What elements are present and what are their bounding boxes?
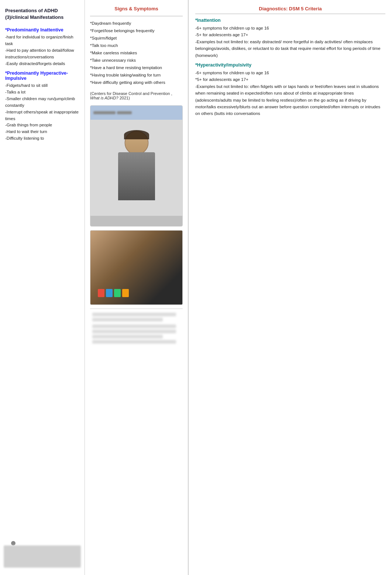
inattentive-heading: *Predominantly Inattentive [5,27,79,33]
image-top-bar-content [93,111,132,114]
divider-1 [90,16,183,16]
color-blocks [98,289,129,297]
bottom-thumbnail-area [4,545,81,568]
hyperactive-heading: *Predominantly Hyperactive-Impulsive [5,71,79,81]
image-top-bar [90,106,182,120]
sign-item-3: *Squirm/fidget [90,35,183,42]
image-main [90,120,182,216]
hyperactivity-content: -6+ symptoms for children up to age 16 *… [195,69,385,117]
color-block-yellow [122,289,129,297]
sign-item-2: *Forget/lose belongings frequently [90,27,183,34]
inattention-content: -6+ symptoms for children up to age 16 -… [195,25,385,59]
sign-item-5: *Make careless mistakes [90,50,183,57]
blurred-footer-text [92,313,180,344]
person-silhouette [109,127,164,208]
hyperactivity-heading: *Hyperactivity/impulsivity [195,62,385,68]
sign-item-6: *Take unnecessary risks [90,57,183,64]
image-area-bottom [90,230,183,305]
signs-symptoms-heading: Signs & Symptoms [90,6,183,11]
hyperactive-bullets: -Fidgets/hard to sit still -Talks a lot … [5,82,79,142]
second-image-main [90,231,182,304]
sign-item-8: *Having trouble taking/waiting for turn [90,72,183,79]
sign-item-7: *Have a hard time resisting temptation [90,64,183,71]
nav-dot [11,541,16,545]
color-block-green [114,289,121,297]
diagnostics-heading: Diagnostics: DSM 5 Criteria [195,6,385,11]
middle-column: Signs & Symptoms *Daydream frequently *F… [85,0,188,575]
section-predominantly-hyperactive: *Predominantly Hyperactive-Impulsive -Fi… [5,71,79,142]
inattentive-bullets: -hard for individual to organize/finish … [5,34,79,67]
sign-item-1: *Daydream frequently [90,20,183,27]
inattention-heading: *Inattention [195,18,385,23]
image-bottom-strip [90,216,182,226]
color-block-red [98,289,104,297]
inattention-section: *Inattention -6+ symptoms for children u… [195,18,385,59]
image-area-top [90,105,183,227]
sign-item-9: *Have difficulty getting along with othe… [90,79,183,86]
slide-title: Presentations of ADHD (3)/clinical Manif… [5,7,79,21]
citation-text: (Centers for Disease Control and Prevent… [90,91,183,100]
right-divider [195,14,385,14]
bottom-blurred-area [90,309,183,347]
left-column: Presentations of ADHD (3)/clinical Manif… [0,0,85,575]
section-predominantly-inattentive: *Predominantly Inattentive -hard for ind… [5,27,79,67]
right-column: Diagnostics: DSM 5 Criteria *Inattention… [188,0,392,575]
sign-item-4: *Talk too much [90,42,183,49]
color-block-blue [106,289,113,297]
hyperactivity-section: *Hyperactivity/impulsivity -6+ symptoms … [195,62,385,117]
signs-list: *Daydream frequently *Forget/lose belong… [90,20,183,86]
